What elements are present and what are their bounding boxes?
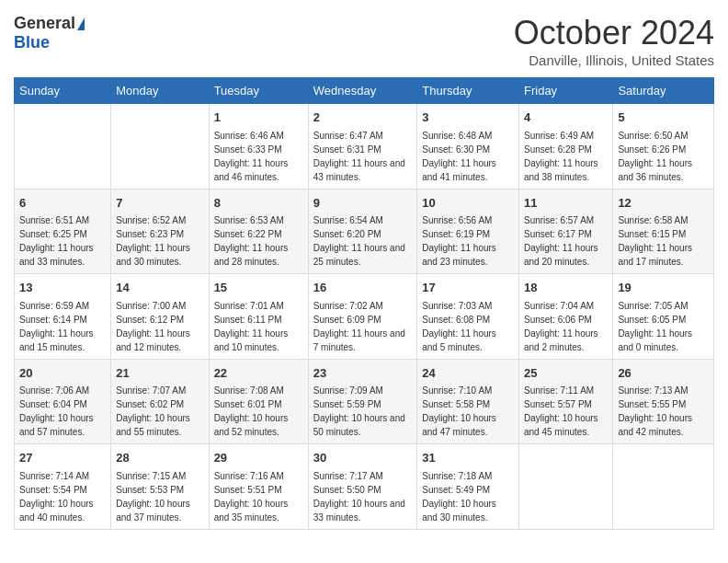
day-info: Sunrise: 7:05 AMSunset: 6:05 PMDaylight:… xyxy=(618,299,709,354)
day-number: 7 xyxy=(116,194,203,213)
calendar-cell xyxy=(613,444,714,530)
weekday-header-wednesday: Wednesday xyxy=(308,78,417,104)
calendar-cell: 31Sunrise: 7:18 AMSunset: 5:49 PMDayligh… xyxy=(417,444,519,530)
calendar-cell: 27Sunrise: 7:14 AMSunset: 5:54 PMDayligh… xyxy=(15,444,111,530)
weekday-header-sunday: Sunday xyxy=(15,78,111,104)
day-number: 9 xyxy=(313,194,413,213)
weekday-header-tuesday: Tuesday xyxy=(209,78,308,104)
day-info: Sunrise: 7:15 AMSunset: 5:53 PMDaylight:… xyxy=(116,469,203,524)
calendar-cell: 5Sunrise: 6:50 AMSunset: 6:26 PMDaylight… xyxy=(613,104,714,190)
calendar-cell: 22Sunrise: 7:08 AMSunset: 6:01 PMDayligh… xyxy=(209,359,308,444)
calendar-cell: 18Sunrise: 7:04 AMSunset: 6:06 PMDayligh… xyxy=(519,274,613,360)
calendar-cell: 7Sunrise: 6:52 AMSunset: 6:23 PMDaylight… xyxy=(111,189,209,274)
weekday-header-monday: Monday xyxy=(111,78,209,104)
calendar-cell: 8Sunrise: 6:53 AMSunset: 6:22 PMDaylight… xyxy=(209,189,308,274)
day-number: 24 xyxy=(422,364,514,383)
logo-icon xyxy=(77,17,85,30)
day-info: Sunrise: 6:58 AMSunset: 6:15 PMDaylight:… xyxy=(618,213,709,269)
day-info: Sunrise: 6:52 AMSunset: 6:23 PMDaylight:… xyxy=(116,213,203,269)
weekday-header-saturday: Saturday xyxy=(613,78,714,104)
logo: General Blue xyxy=(14,14,85,52)
day-info: Sunrise: 7:16 AMSunset: 5:51 PMDaylight:… xyxy=(214,469,303,524)
day-number: 5 xyxy=(618,109,709,127)
calendar-cell: 29Sunrise: 7:16 AMSunset: 5:51 PMDayligh… xyxy=(209,444,308,530)
day-info: Sunrise: 6:53 AMSunset: 6:22 PMDaylight:… xyxy=(214,213,303,269)
day-number: 8 xyxy=(214,194,303,213)
calendar-week-1: 1Sunrise: 6:46 AMSunset: 6:33 PMDaylight… xyxy=(15,104,714,190)
calendar-cell: 30Sunrise: 7:17 AMSunset: 5:50 PMDayligh… xyxy=(308,444,417,530)
day-info: Sunrise: 7:14 AMSunset: 5:54 PMDaylight:… xyxy=(19,469,106,524)
day-info: Sunrise: 7:09 AMSunset: 5:59 PMDaylight:… xyxy=(313,384,413,439)
month-title: October 2024 xyxy=(514,14,714,52)
day-info: Sunrise: 7:03 AMSunset: 6:08 PMDaylight:… xyxy=(422,299,514,354)
calendar-cell xyxy=(519,444,613,530)
day-info: Sunrise: 7:00 AMSunset: 6:12 PMDaylight:… xyxy=(116,299,203,354)
calendar-cell: 26Sunrise: 7:13 AMSunset: 5:55 PMDayligh… xyxy=(613,359,714,444)
day-info: Sunrise: 7:06 AMSunset: 6:04 PMDaylight:… xyxy=(19,384,106,439)
logo-blue-text: Blue xyxy=(14,33,50,52)
day-info: Sunrise: 7:02 AMSunset: 6:09 PMDaylight:… xyxy=(313,299,413,354)
day-number: 13 xyxy=(19,279,106,297)
location-text: Danville, Illinois, United States xyxy=(514,52,714,68)
day-number: 29 xyxy=(214,449,303,467)
page-header: General Blue October 2024 Danville, Illi… xyxy=(14,14,714,68)
day-number: 17 xyxy=(422,279,514,297)
day-number: 19 xyxy=(618,279,709,297)
weekday-header-friday: Friday xyxy=(519,78,613,104)
calendar-week-4: 20Sunrise: 7:06 AMSunset: 6:04 PMDayligh… xyxy=(15,359,714,444)
day-number: 12 xyxy=(618,194,709,213)
calendar-cell: 19Sunrise: 7:05 AMSunset: 6:05 PMDayligh… xyxy=(613,274,714,360)
calendar-cell: 11Sunrise: 6:57 AMSunset: 6:17 PMDayligh… xyxy=(519,189,613,274)
weekday-header-thursday: Thursday xyxy=(417,78,519,104)
day-number: 26 xyxy=(618,364,709,383)
calendar-cell: 3Sunrise: 6:48 AMSunset: 6:30 PMDaylight… xyxy=(417,104,519,190)
day-info: Sunrise: 6:46 AMSunset: 6:33 PMDaylight:… xyxy=(214,129,303,184)
calendar-week-2: 6Sunrise: 6:51 AMSunset: 6:25 PMDaylight… xyxy=(15,189,714,274)
day-info: Sunrise: 6:59 AMSunset: 6:14 PMDaylight:… xyxy=(19,299,106,354)
calendar-cell: 1Sunrise: 6:46 AMSunset: 6:33 PMDaylight… xyxy=(209,104,308,190)
day-number: 31 xyxy=(422,449,514,467)
day-info: Sunrise: 6:51 AMSunset: 6:25 PMDaylight:… xyxy=(19,213,106,269)
day-number: 18 xyxy=(524,279,608,297)
calendar-cell: 16Sunrise: 7:02 AMSunset: 6:09 PMDayligh… xyxy=(308,274,417,360)
day-number: 25 xyxy=(524,364,608,383)
day-number: 20 xyxy=(19,364,106,383)
calendar-cell xyxy=(15,104,111,190)
calendar-body: 1Sunrise: 6:46 AMSunset: 6:33 PMDaylight… xyxy=(15,104,714,530)
calendar-cell: 28Sunrise: 7:15 AMSunset: 5:53 PMDayligh… xyxy=(111,444,209,530)
calendar-cell: 20Sunrise: 7:06 AMSunset: 6:04 PMDayligh… xyxy=(15,359,111,444)
calendar-cell: 13Sunrise: 6:59 AMSunset: 6:14 PMDayligh… xyxy=(15,274,111,360)
logo-general-text: General xyxy=(14,14,75,33)
day-info: Sunrise: 6:57 AMSunset: 6:17 PMDaylight:… xyxy=(524,213,608,269)
day-number: 28 xyxy=(116,449,203,467)
calendar-cell: 12Sunrise: 6:58 AMSunset: 6:15 PMDayligh… xyxy=(613,189,714,274)
day-number: 21 xyxy=(116,364,203,383)
day-info: Sunrise: 6:56 AMSunset: 6:19 PMDaylight:… xyxy=(422,213,514,269)
day-number: 22 xyxy=(214,364,303,383)
calendar-cell: 6Sunrise: 6:51 AMSunset: 6:25 PMDaylight… xyxy=(15,189,111,274)
title-block: October 2024 Danville, Illinois, United … xyxy=(514,14,714,68)
day-number: 3 xyxy=(422,109,514,127)
day-number: 6 xyxy=(19,194,106,213)
calendar-cell: 25Sunrise: 7:11 AMSunset: 5:57 PMDayligh… xyxy=(519,359,613,444)
day-info: Sunrise: 7:18 AMSunset: 5:49 PMDaylight:… xyxy=(422,469,514,524)
day-number: 15 xyxy=(214,279,303,297)
calendar-cell: 4Sunrise: 6:49 AMSunset: 6:28 PMDaylight… xyxy=(519,104,613,190)
day-number: 1 xyxy=(214,109,303,127)
day-number: 23 xyxy=(313,364,413,383)
day-info: Sunrise: 7:08 AMSunset: 6:01 PMDaylight:… xyxy=(214,384,303,439)
calendar-cell: 9Sunrise: 6:54 AMSunset: 6:20 PMDaylight… xyxy=(308,189,417,274)
day-info: Sunrise: 7:11 AMSunset: 5:57 PMDaylight:… xyxy=(524,384,608,439)
calendar-cell: 15Sunrise: 7:01 AMSunset: 6:11 PMDayligh… xyxy=(209,274,308,360)
day-number: 4 xyxy=(524,109,608,127)
day-info: Sunrise: 6:49 AMSunset: 6:28 PMDaylight:… xyxy=(524,129,608,184)
calendar-week-3: 13Sunrise: 6:59 AMSunset: 6:14 PMDayligh… xyxy=(15,274,714,360)
day-info: Sunrise: 7:17 AMSunset: 5:50 PMDaylight:… xyxy=(313,469,413,524)
day-info: Sunrise: 6:48 AMSunset: 6:30 PMDaylight:… xyxy=(422,129,514,184)
day-number: 2 xyxy=(313,109,413,127)
calendar-cell: 23Sunrise: 7:09 AMSunset: 5:59 PMDayligh… xyxy=(308,359,417,444)
calendar-cell: 24Sunrise: 7:10 AMSunset: 5:58 PMDayligh… xyxy=(417,359,519,444)
day-info: Sunrise: 7:13 AMSunset: 5:55 PMDaylight:… xyxy=(618,384,709,439)
day-info: Sunrise: 6:50 AMSunset: 6:26 PMDaylight:… xyxy=(618,129,709,184)
day-number: 16 xyxy=(313,279,413,297)
